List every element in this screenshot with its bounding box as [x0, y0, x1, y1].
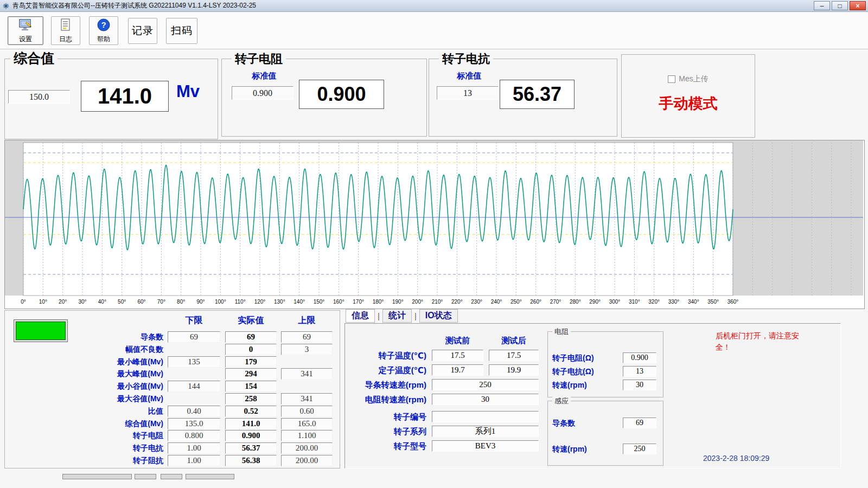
results-panel: 下限 实际值 上限 导条数 69 69 69 幅值不良数 0 3 最小峰值(Mv… [4, 310, 340, 468]
svg-text:30°: 30° [78, 299, 86, 305]
rotor-reactance-ohm-label: 转子电抗(Ω) [552, 367, 594, 377]
result-lower-value: 135.0 [168, 418, 220, 429]
result-row-label: 最小谷值(Mv) [5, 382, 163, 391]
partial-button[interactable] [62, 474, 132, 479]
svg-text:350°: 350° [707, 299, 719, 305]
result-row-label: 转子阻抗 [5, 456, 163, 466]
rotor-temp-after[interactable]: 17.5 [489, 350, 539, 361]
reactance-standard-value[interactable]: 13 [437, 86, 499, 100]
minimize-button[interactable]: – [814, 1, 830, 10]
actual-value-header: 实际值 [225, 315, 277, 326]
result-actual-value: 0.900 [225, 430, 277, 441]
result-row-label: 转子电抗 [5, 444, 163, 453]
svg-text:0°: 0° [21, 299, 26, 305]
result-upper-value: 0.60 [281, 406, 333, 417]
result-lower-value: 69 [168, 331, 220, 343]
rotor-resistance-ohm-label: 转子电阻(Ω) [552, 354, 594, 363]
induction-speed-label: 转速(rpm) [552, 445, 587, 454]
svg-text:280°: 280° [570, 299, 581, 305]
toolbar: 设置 日志 ? 帮助 记 [0, 12, 868, 49]
svg-text:10°: 10° [39, 299, 47, 305]
result-actual-value: 69 [225, 331, 277, 343]
svg-text:120°: 120° [254, 299, 266, 305]
close-button[interactable]: × [850, 1, 866, 10]
stator-temp-after[interactable]: 19.9 [489, 364, 539, 376]
after-test-header: 测试后 [489, 336, 539, 346]
info-tabs: 信息 | 统计 | IO状态 [346, 309, 458, 322]
result-lower-value: 0.800 [168, 430, 220, 441]
stator-temp-before[interactable]: 19.7 [432, 364, 483, 376]
svg-text:60°: 60° [137, 299, 145, 305]
induction-speed-value[interactable]: 250 [623, 444, 656, 454]
titlebar: 青岛艾普智能仪器有限公司--压铸转子测试系统 G202211049 V1.1.4… [0, 0, 868, 12]
resistance-value-display: 0.900 [299, 80, 384, 109]
rotor-temp-before[interactable]: 17.5 [432, 350, 483, 361]
resistance-standard-value[interactable]: 0.900 [232, 86, 293, 100]
tab-separator: | [378, 311, 380, 320]
svg-text:20°: 20° [59, 299, 67, 305]
result-upper-value: 341 [281, 393, 333, 404]
svg-text:190°: 190° [392, 299, 404, 305]
result-row-label: 导条数 [5, 332, 163, 342]
settings-button[interactable]: 设置 [8, 16, 43, 45]
table-row: 转子阻抗 1.00 56.38 200.00 [5, 455, 340, 467]
resistance-standard-label: 标准值 [232, 71, 297, 81]
log-button[interactable]: 日志 [51, 16, 80, 45]
reactance-panel-title: 转子电抗 [439, 51, 493, 67]
waveform-svg: 0°10°20°30°40°50°60°70°80°90°100°110°120… [5, 140, 863, 307]
svg-text:?: ? [101, 20, 106, 29]
resistance-speed-value[interactable]: 30 [623, 380, 656, 390]
mes-upload-checkbox[interactable] [668, 75, 675, 83]
tab-statistics[interactable]: 统计 [382, 309, 412, 323]
result-row-label: 幅值不良数 [5, 345, 163, 355]
svg-text:50°: 50° [118, 299, 126, 305]
svg-text:260°: 260° [530, 299, 541, 305]
app-window: 青岛艾普智能仪器有限公司--压铸转子测试系统 G202211049 V1.1.4… [0, 0, 868, 488]
reactance-standard-label: 标准值 [437, 71, 502, 81]
svg-text:150°: 150° [314, 299, 325, 305]
partial-button[interactable] [161, 474, 182, 479]
mode-panel: Mes上传 手动模式 [621, 54, 755, 138]
rotor-temp-label: 转子温度(℃) [345, 351, 426, 361]
help-button[interactable]: ? 帮助 [89, 16, 118, 45]
svg-text:290°: 290° [589, 299, 601, 305]
result-lower-value: 135 [168, 356, 220, 368]
waveform-chart: 0°10°20°30°40°50°60°70°80°90°100°110°120… [4, 140, 865, 309]
table-row: 转子电抗 1.00 56.37 200.00 [5, 442, 340, 454]
bar-speed-diff-value[interactable]: 250 [432, 379, 539, 390]
rotor-series-value[interactable]: 系列1 [432, 426, 539, 437]
window-title: 青岛艾普智能仪器有限公司--压铸转子测试系统 G202211049 V1.1.4… [12, 1, 814, 10]
tab-io-status[interactable]: IO状态 [419, 309, 458, 323]
svg-text:130°: 130° [274, 299, 285, 305]
table-row: 最大谷值(Mv) 258 341 [5, 393, 340, 405]
svg-text:240°: 240° [491, 299, 502, 305]
bar-count-value[interactable]: 69 [623, 418, 656, 428]
tab-info[interactable]: 信息 [346, 309, 375, 323]
table-row: 比值 0.40 0.52 0.60 [5, 406, 340, 418]
partial-button[interactable] [135, 474, 156, 479]
rotor-model-value[interactable]: BEV3 [432, 440, 539, 452]
record-button[interactable]: 记录 [128, 18, 157, 44]
scan-button[interactable]: 扫码 [166, 18, 197, 44]
manual-mode-text: 手动模式 [622, 94, 755, 113]
resistance-group-title: 电阻 [552, 327, 571, 337]
reactance-value-display: 56.37 [500, 80, 575, 109]
settings-label: 设置 [19, 35, 32, 44]
svg-text:230°: 230° [471, 299, 482, 305]
resistance-speed-diff-value[interactable]: 30 [432, 394, 539, 405]
partial-button[interactable] [186, 474, 234, 479]
maximize-button[interactable]: □ [832, 1, 848, 10]
rotor-reactance-ohm-value[interactable]: 13 [623, 366, 656, 377]
table-row: 最小峰值(Mv) 135 179 [5, 356, 340, 368]
result-actual-value: 0 [225, 344, 277, 355]
timestamp: 2023-2-28 18:09:29 [703, 454, 769, 463]
rotor-resistance-panel: 转子电阻 标准值 0.900 0.900 [221, 59, 427, 137]
rotor-number-input[interactable] [432, 411, 539, 422]
svg-text:270°: 270° [550, 299, 561, 305]
rotor-resistance-ohm-value[interactable]: 0.900 [623, 352, 656, 363]
composite-standard-value[interactable]: 150.0 [8, 90, 70, 104]
composite-unit: Mv [176, 82, 200, 101]
log-label: 日志 [59, 35, 72, 44]
resistance-speed-label: 转速(rpm) [552, 381, 587, 390]
svg-text:330°: 330° [668, 299, 680, 305]
